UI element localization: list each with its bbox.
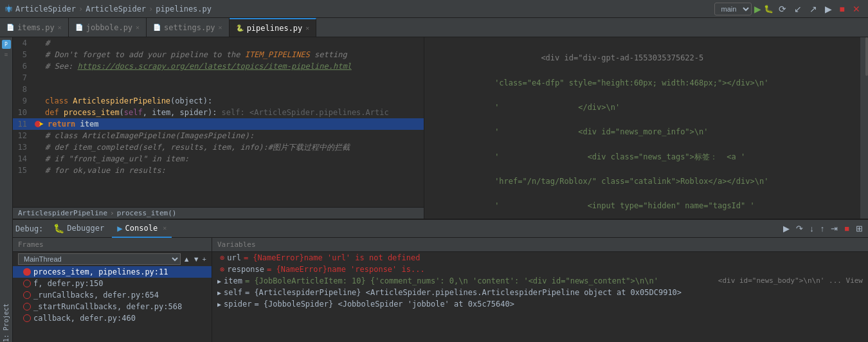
right-scrollbar[interactable] xyxy=(860,37,868,219)
code-content[interactable]: 4 # 5 # Don't forget to add your pipelin… xyxy=(13,37,424,207)
debug-step-into-btn[interactable]: ↓ xyxy=(807,222,817,235)
debug-step-over-btn[interactable]: ↷ xyxy=(793,222,806,235)
tab-close-jobbole[interactable]: ✕ xyxy=(136,24,140,31)
close-button[interactable]: ✕ xyxy=(850,3,863,15)
debug-resume-btn[interactable]: ▶ xyxy=(781,222,792,235)
var-expand-item: ▶ xyxy=(217,278,221,285)
debug-panel: Debug: 🐛 Debugger ▶ Console ✕ ▶ ↷ ↓ ↑ ⇥ … xyxy=(13,219,868,342)
tab-close-pipelines[interactable]: ✕ xyxy=(305,24,309,32)
debug-grid-btn[interactable]: ⊞ xyxy=(853,222,865,235)
var-expand-self: ▶ xyxy=(217,289,221,296)
var-spider[interactable]: ▶ spider = {JobboleSpider} <JobboleSpide… xyxy=(212,298,868,310)
tab-close-settings[interactable]: ✕ xyxy=(219,24,222,31)
frame-startruncallbacks[interactable]: _startRunCallbacks, defer.py:568 xyxy=(13,301,212,312)
var-error-url: ⊗ xyxy=(220,253,224,262)
tab-items[interactable]: 📄 items.py ✕ xyxy=(0,18,69,37)
thread-select[interactable]: MainThread xyxy=(18,253,181,265)
line-num-5: 5 xyxy=(13,50,32,59)
debug-tab-console[interactable]: ▶ Console ✕ xyxy=(112,220,172,238)
line-text-4: # xyxy=(45,39,424,48)
var-val-spider: = {JobboleSpider} <JobboleSpider 'jobbol… xyxy=(254,300,514,309)
thread-add-btn[interactable]: + xyxy=(203,255,206,263)
line-text-11: return item xyxy=(45,120,424,129)
line-num-15: 15 xyxy=(13,166,32,175)
var-item[interactable]: ▶ item = {JobBoleArticleItem: 10} {'comm… xyxy=(212,275,868,287)
step-over-button[interactable]: ⟳ xyxy=(776,3,789,15)
frame-runcallbacks[interactable]: _runCallbacks, defer.py:654 xyxy=(13,289,212,301)
title-sep2: › xyxy=(149,4,153,14)
var-val-self: = {ArticlespiderPipeline} <ArticleSpider… xyxy=(245,288,682,297)
line-num-10: 10 xyxy=(13,108,32,117)
tab-icon-jobbole: 📄 xyxy=(75,24,83,31)
tabs-bar: 📄 items.py ✕ 📄 jobbole.py ✕ 📄 settings.p… xyxy=(0,18,868,37)
var-name-self: self xyxy=(224,288,242,297)
line-num-14: 14 xyxy=(13,154,32,163)
line-text-15: # for ok,value in results: xyxy=(45,166,424,175)
branch-select[interactable]: main xyxy=(714,3,752,15)
step-out-button[interactable]: ↗ xyxy=(807,3,820,15)
var-url[interactable]: ⊗ url = {NameError}name 'url' is not def… xyxy=(212,252,868,264)
tab-close-items[interactable]: ✕ xyxy=(58,24,62,31)
project-label[interactable]: 1: Project xyxy=(3,301,10,342)
title-sep1: › xyxy=(78,4,83,14)
var-expand-spider: ▶ xyxy=(217,301,221,308)
run-button[interactable]: ▶ xyxy=(754,4,761,14)
line-text-5: # Don't forget to add your pipeline to t… xyxy=(45,50,424,59)
title-bar: 🕷 ArticleSpider › ArticleSpider › pipeli… xyxy=(0,0,868,18)
var-name-item: item xyxy=(224,276,242,285)
debug-button[interactable]: 🐛 xyxy=(764,4,773,14)
debug-content: Frames MainThread ▲ ▼ + xyxy=(13,238,868,342)
var-error-response: ⊗ xyxy=(220,265,224,274)
line-text-6: # See: https://docs.scrapy.org/en/latest… xyxy=(45,62,424,71)
structure-icon[interactable]: ≡ xyxy=(1,51,12,62)
frame-label-f: f, defer.py:150 xyxy=(33,279,103,288)
var-view-link[interactable]: <div id="news_body">\n\n' ... View xyxy=(718,276,863,285)
debug-stop-btn[interactable]: ■ xyxy=(842,222,852,235)
frames-panel: Frames MainThread ▲ ▼ + xyxy=(13,238,212,342)
frame-callback[interactable]: callback, defer.py:460 xyxy=(13,312,212,324)
code-line-6: 6 # See: https://docs.scrapy.org/en/late… xyxy=(13,60,424,72)
frames-header: Frames xyxy=(13,238,212,252)
debug-step-out-btn[interactable]: ↑ xyxy=(818,222,827,235)
line-num-9: 9 xyxy=(13,96,32,105)
thread-down-btn[interactable]: ▼ xyxy=(193,255,200,263)
file-name: pipelines.py xyxy=(156,4,212,14)
arrow-icon: ➤ xyxy=(39,119,44,129)
frame-label-process-item: process_item, pipelines.py:11 xyxy=(33,267,168,276)
tab-settings[interactable]: 📄 settings.py ✕ xyxy=(147,18,230,37)
project-icon[interactable]: P xyxy=(2,40,11,49)
tab-pipelines[interactable]: 🐍 pipelines.py ✕ xyxy=(230,18,317,37)
debug-toolbar: ▶ ↷ ↓ ↑ ⇥ ■ ⊞ xyxy=(781,222,865,235)
line-num-7: 7 xyxy=(13,73,32,82)
code-line-5: 5 # Don't forget to add your pipeline to… xyxy=(13,49,424,60)
frame-icon-callback xyxy=(23,314,31,322)
code-panel: 4 # 5 # Don't forget to add your pipelin… xyxy=(13,37,424,219)
tab-jobbole[interactable]: 📄 jobbole.py ✕ xyxy=(69,18,147,37)
output-panel[interactable]: <div id="div-gpt-ad-1553035375622-5 'cla… xyxy=(424,37,860,219)
line-num-11: 11 xyxy=(13,120,32,129)
var-val-response: = {NameError}name 'response' is... xyxy=(267,265,425,274)
thread-up-btn[interactable]: ▲ xyxy=(183,255,190,263)
tab-icon-items: 📄 xyxy=(6,24,14,31)
frame-icon-runcallbacks xyxy=(23,291,31,299)
variables-panel: Variables ⊗ url = {NameError}name 'url' … xyxy=(212,238,868,342)
bp-cell-11[interactable]: ➤ xyxy=(32,121,45,127)
console-icon: ▶ xyxy=(117,223,122,233)
frame-label-startruncallbacks: _startRunCallbacks, defer.py:568 xyxy=(33,302,182,311)
breadcrumb-sep: › xyxy=(110,209,114,217)
var-self[interactable]: ▶ self = {ArticlespiderPipeline} <Articl… xyxy=(212,287,868,298)
stop-button[interactable]: ■ xyxy=(837,3,847,15)
frame-f[interactable]: f, defer.py:150 xyxy=(13,278,212,289)
breadcrumb: ArticlespiderPipeline › process_item() xyxy=(13,207,424,219)
code-line-9: 9 class ArticlespiderPipeline(object): xyxy=(13,95,424,107)
debug-run-cursor-btn[interactable]: ⇥ xyxy=(828,222,840,235)
var-val-item: = {JobBoleArticleItem: 10} {'comment_num… xyxy=(245,276,713,285)
code-line-13: 13 # def item_completed(self, results, i… xyxy=(13,141,424,153)
var-response[interactable]: ⊗ response = {NameError}name 'response' … xyxy=(212,264,868,275)
console-close[interactable]: ✕ xyxy=(163,224,167,231)
line-text-12: # class ArticleImagePipeline(ImagesPipel… xyxy=(45,131,424,140)
debug-tab-debugger[interactable]: 🐛 Debugger xyxy=(48,220,109,238)
step-into-button[interactable]: ↙ xyxy=(791,3,804,15)
resume-button[interactable]: ▶ xyxy=(822,3,835,15)
frame-process-item[interactable]: process_item, pipelines.py:11 xyxy=(13,266,212,278)
